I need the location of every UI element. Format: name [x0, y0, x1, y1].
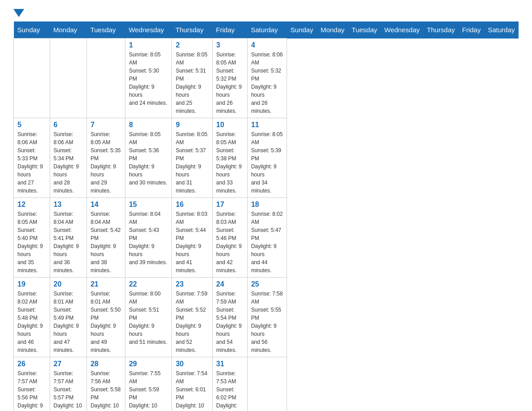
- day-info: Sunrise: 8:05 AMSunset: 5:32 PMDaylight:…: [216, 51, 244, 115]
- day-number: 3: [216, 41, 244, 49]
- day-number: 28: [90, 360, 121, 368]
- calendar-cell: 20Sunrise: 8:01 AMSunset: 5:49 PMDayligh…: [50, 278, 87, 357]
- calendar-cell: 23Sunrise: 7:59 AMSunset: 5:52 PMDayligh…: [172, 278, 212, 357]
- day-info: Sunrise: 8:01 AMSunset: 5:50 PMDaylight:…: [90, 290, 121, 354]
- day-info: Sunrise: 8:00 AMSunset: 5:51 PMDaylight:…: [129, 290, 168, 346]
- calendar-cell: 12Sunrise: 8:05 AMSunset: 5:40 PMDayligh…: [14, 198, 50, 278]
- day-info: Sunrise: 8:05 AMSunset: 5:35 PMDaylight:…: [90, 130, 121, 195]
- calendar-cell: 17Sunrise: 8:03 AMSunset: 5:46 PMDayligh…: [212, 198, 247, 278]
- calendar-cell: 6Sunrise: 8:06 AMSunset: 5:34 PMDaylight…: [50, 118, 87, 198]
- calendar-cell: 1Sunrise: 8:05 AMSunset: 5:30 PMDaylight…: [125, 39, 172, 118]
- day-number: 7: [90, 121, 121, 129]
- day-number: 22: [129, 280, 168, 288]
- calendar-cell: 29Sunrise: 7:55 AMSunset: 5:59 PMDayligh…: [125, 357, 172, 411]
- calendar-cell: [247, 357, 287, 411]
- calendar-week-2: 5Sunrise: 8:06 AMSunset: 5:33 PMDaylight…: [14, 118, 519, 198]
- calendar-cell: 22Sunrise: 8:00 AMSunset: 5:51 PMDayligh…: [125, 278, 172, 357]
- day-number: 27: [54, 360, 83, 368]
- calendar-cell: 28Sunrise: 7:56 AMSunset: 5:58 PMDayligh…: [87, 357, 125, 411]
- day-info: Sunrise: 8:02 AMSunset: 5:47 PMDaylight:…: [251, 210, 283, 274]
- day-number: 21: [90, 280, 121, 288]
- calendar-cell: 10Sunrise: 8:05 AMSunset: 5:38 PMDayligh…: [212, 118, 247, 198]
- calendar-cell: 9Sunrise: 8:05 AMSunset: 5:37 PMDaylight…: [172, 118, 212, 198]
- calendar-cell: 15Sunrise: 8:04 AMSunset: 5:43 PMDayligh…: [125, 198, 172, 278]
- day-header-friday: Friday: [459, 21, 485, 39]
- day-info: Sunrise: 8:06 AMSunset: 5:34 PMDaylight:…: [54, 130, 83, 195]
- day-number: 8: [129, 121, 168, 129]
- day-number: 4: [251, 41, 283, 49]
- calendar-cell: [87, 39, 125, 118]
- day-number: 9: [176, 121, 208, 129]
- day-number: 13: [54, 201, 83, 209]
- day-header-thursday: Thursday: [423, 21, 459, 39]
- calendar-cell: [50, 39, 87, 118]
- day-info: Sunrise: 7:54 AMSunset: 6:01 PMDaylight:…: [176, 369, 208, 411]
- day-info: Sunrise: 8:04 AMSunset: 5:43 PMDaylight:…: [129, 210, 168, 266]
- day-info: Sunrise: 8:02 AMSunset: 5:48 PMDaylight:…: [17, 290, 46, 354]
- day-number: 26: [17, 360, 46, 368]
- day-info: Sunrise: 8:05 AMSunset: 5:39 PMDaylight:…: [251, 130, 283, 195]
- day-info: Sunrise: 7:58 AMSunset: 5:55 PMDaylight:…: [251, 290, 283, 354]
- day-header-wednesday: Wednesday: [125, 21, 172, 39]
- calendar-cell: 8Sunrise: 8:05 AMSunset: 5:36 PMDaylight…: [125, 118, 172, 198]
- day-info: Sunrise: 8:04 AMSunset: 5:42 PMDaylight:…: [90, 210, 121, 274]
- day-header-saturday: Saturday: [247, 21, 287, 39]
- day-info: Sunrise: 8:05 AMSunset: 5:30 PMDaylight:…: [129, 51, 168, 107]
- day-header-tuesday: Tuesday: [87, 21, 125, 39]
- day-info: Sunrise: 7:56 AMSunset: 5:58 PMDaylight:…: [90, 369, 121, 411]
- day-number: 12: [17, 201, 46, 209]
- calendar-cell: 26Sunrise: 7:57 AMSunset: 5:56 PMDayligh…: [14, 357, 50, 411]
- day-header-monday: Monday: [317, 21, 348, 39]
- day-header-saturday: Saturday: [484, 21, 518, 39]
- calendar-cell: 16Sunrise: 8:03 AMSunset: 5:44 PMDayligh…: [172, 198, 212, 278]
- calendar-cell: 2Sunrise: 8:05 AMSunset: 5:31 PMDaylight…: [172, 39, 212, 118]
- day-info: Sunrise: 8:06 AMSunset: 5:33 PMDaylight:…: [17, 130, 46, 195]
- day-number: 31: [216, 360, 244, 368]
- calendar-cell: 4Sunrise: 8:06 AMSunset: 5:32 PMDaylight…: [247, 39, 287, 118]
- calendar-cell: 3Sunrise: 8:05 AMSunset: 5:32 PMDaylight…: [212, 39, 247, 118]
- day-info: Sunrise: 7:59 AMSunset: 5:52 PMDaylight:…: [176, 290, 208, 354]
- day-info: Sunrise: 7:55 AMSunset: 5:59 PMDaylight:…: [129, 369, 168, 411]
- day-info: Sunrise: 8:01 AMSunset: 5:49 PMDaylight:…: [54, 290, 83, 354]
- day-info: Sunrise: 8:05 AMSunset: 5:38 PMDaylight:…: [216, 130, 244, 195]
- day-info: Sunrise: 7:53 AMSunset: 6:02 PMDaylight:…: [216, 369, 244, 411]
- day-info: Sunrise: 8:03 AMSunset: 5:44 PMDaylight:…: [176, 210, 208, 274]
- day-number: 11: [251, 121, 283, 129]
- day-info: Sunrise: 7:57 AMSunset: 5:56 PMDaylight:…: [17, 369, 46, 411]
- day-number: 16: [176, 201, 208, 209]
- day-number: 18: [251, 201, 283, 209]
- calendar-cell: 13Sunrise: 8:04 AMSunset: 5:41 PMDayligh…: [50, 198, 87, 278]
- day-number: 24: [216, 280, 244, 288]
- calendar-cell: 27Sunrise: 7:57 AMSunset: 5:57 PMDayligh…: [50, 357, 87, 411]
- day-number: 20: [54, 280, 83, 288]
- day-number: 23: [176, 280, 208, 288]
- calendar-cell: 31Sunrise: 7:53 AMSunset: 6:02 PMDayligh…: [212, 357, 247, 411]
- day-number: 30: [176, 360, 208, 368]
- day-number: 14: [90, 201, 121, 209]
- day-info: Sunrise: 8:03 AMSunset: 5:46 PMDaylight:…: [216, 210, 244, 274]
- day-number: 5: [17, 121, 46, 129]
- calendar-cell: 24Sunrise: 7:59 AMSunset: 5:54 PMDayligh…: [212, 278, 247, 357]
- calendar-cell: 19Sunrise: 8:02 AMSunset: 5:48 PMDayligh…: [14, 278, 50, 357]
- calendar-cell: 7Sunrise: 8:05 AMSunset: 5:35 PMDaylight…: [87, 118, 125, 198]
- calendar-week-4: 19Sunrise: 8:02 AMSunset: 5:48 PMDayligh…: [14, 278, 519, 357]
- calendar-cell: 14Sunrise: 8:04 AMSunset: 5:42 PMDayligh…: [87, 198, 125, 278]
- day-header-sunday: Sunday: [14, 21, 50, 39]
- logo-arrow-icon: [13, 9, 24, 17]
- day-info: Sunrise: 8:04 AMSunset: 5:41 PMDaylight:…: [54, 210, 83, 274]
- day-header-wednesday: Wednesday: [381, 21, 423, 39]
- calendar-cell: [14, 39, 50, 118]
- day-info: Sunrise: 8:06 AMSunset: 5:32 PMDaylight:…: [251, 51, 283, 115]
- day-info: Sunrise: 7:59 AMSunset: 5:54 PMDaylight:…: [216, 290, 244, 354]
- day-header-thursday: Thursday: [172, 21, 212, 39]
- header: [13, 9, 519, 17]
- calendar-week-5: 26Sunrise: 7:57 AMSunset: 5:56 PMDayligh…: [14, 357, 519, 411]
- calendar-cell: 30Sunrise: 7:54 AMSunset: 6:01 PMDayligh…: [172, 357, 212, 411]
- calendar-cell: 18Sunrise: 8:02 AMSunset: 5:47 PMDayligh…: [247, 198, 287, 278]
- day-number: 17: [216, 201, 244, 209]
- calendar-cell: 11Sunrise: 8:05 AMSunset: 5:39 PMDayligh…: [247, 118, 287, 198]
- calendar-cell: 21Sunrise: 8:01 AMSunset: 5:50 PMDayligh…: [87, 278, 125, 357]
- calendar-header-row: SundayMondayTuesdayWednesdayThursdayFrid…: [14, 21, 519, 39]
- day-number: 25: [251, 280, 283, 288]
- calendar-cell: 25Sunrise: 7:58 AMSunset: 5:55 PMDayligh…: [247, 278, 287, 357]
